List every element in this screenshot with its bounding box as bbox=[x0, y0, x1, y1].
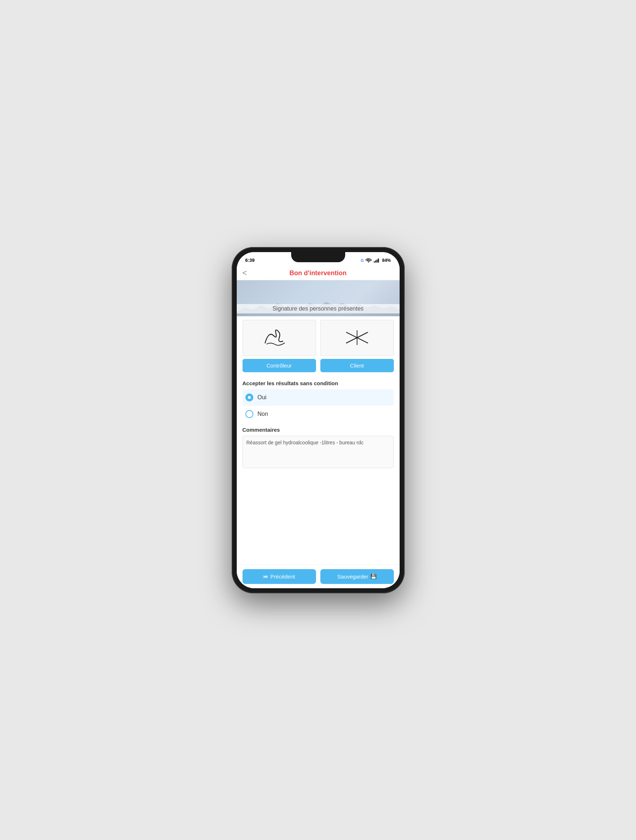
app-header: < Bon d'intervention bbox=[237, 267, 400, 280]
save-label: Sauvegarder bbox=[337, 573, 368, 579]
radio-circle-non bbox=[246, 410, 253, 418]
prev-icon: ⏮ bbox=[263, 573, 268, 579]
client-label-button[interactable]: Client bbox=[320, 359, 394, 372]
prev-button[interactable]: ⏮ Précédent bbox=[242, 569, 316, 584]
accept-title: Accepter les résultats sans condition bbox=[242, 380, 394, 386]
signature-section: Contrôleur Client bbox=[237, 316, 400, 376]
accept-section: Accepter les résultats sans condition Ou… bbox=[237, 376, 400, 422]
radio-label-oui: Oui bbox=[258, 394, 267, 401]
notch bbox=[291, 252, 345, 262]
client-signature-svg bbox=[324, 324, 390, 352]
battery-text: 84% bbox=[382, 258, 390, 263]
prev-label: Précédent bbox=[270, 573, 295, 579]
svg-rect-0 bbox=[374, 261, 375, 262]
signal-icon bbox=[374, 258, 380, 262]
bottom-bar: ⏮ Précédent Sauvegarder 💾 bbox=[237, 564, 400, 588]
status-time: 6:39 bbox=[246, 257, 255, 263]
radio-circle-oui bbox=[246, 393, 253, 401]
comments-label: Commentaires bbox=[242, 427, 394, 433]
controller-signature-box[interactable] bbox=[242, 320, 316, 356]
svg-rect-2 bbox=[377, 259, 378, 262]
phone-screen: 6:39 G 84% < Bon d'inter bbox=[237, 252, 400, 588]
hero-section: Signature des personnes présentes bbox=[237, 280, 400, 316]
app-title: Bon d'intervention bbox=[290, 269, 346, 277]
svg-rect-3 bbox=[378, 258, 379, 262]
radio-option-non[interactable]: Non bbox=[242, 406, 394, 422]
wifi-icon bbox=[365, 258, 372, 262]
google-icon: G bbox=[361, 258, 364, 262]
controller-signature-svg bbox=[247, 324, 312, 352]
phone-frame: 6:39 G 84% < Bon d'inter bbox=[232, 247, 405, 593]
comments-section: Commentaires Réassort de gel hydroalcool… bbox=[237, 422, 400, 474]
comments-input[interactable]: Réassort de gel hydroalcoolique -1litres… bbox=[242, 436, 394, 468]
radio-option-oui[interactable]: Oui bbox=[242, 389, 394, 406]
status-icons: G 84% bbox=[361, 258, 391, 263]
controller-label-button[interactable]: Contrôleur bbox=[242, 359, 316, 372]
save-icon: 💾 bbox=[370, 573, 376, 579]
radio-label-non: Non bbox=[258, 411, 268, 417]
signature-boxes bbox=[242, 320, 394, 356]
back-button[interactable]: < bbox=[242, 268, 247, 278]
client-signature-box[interactable] bbox=[320, 320, 394, 356]
save-button[interactable]: Sauvegarder 💾 bbox=[320, 569, 394, 584]
hero-title: Signature des personnes présentes bbox=[237, 304, 400, 313]
signature-labels: Contrôleur Client bbox=[242, 359, 394, 372]
svg-rect-1 bbox=[375, 261, 376, 262]
main-content: Signature des personnes présentes bbox=[237, 280, 400, 564]
